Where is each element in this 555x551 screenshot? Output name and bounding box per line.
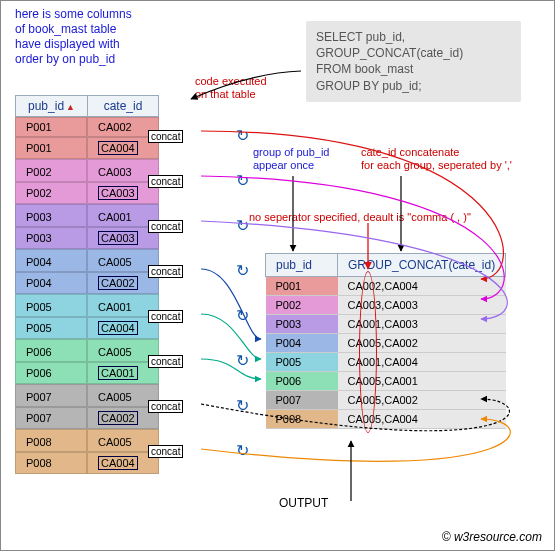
concat-label: concat	[148, 400, 183, 413]
cycle-icon: ↻	[236, 261, 249, 280]
result-header-gc: GROUP_CONCAT(cate_id)	[338, 254, 506, 277]
result-header-pub: pub_id	[266, 254, 338, 277]
source-cell-pub: P005	[15, 294, 87, 317]
result-cell-gc: CA005,CA001	[338, 372, 506, 391]
copyright-label: © w3resource.com	[442, 530, 542, 544]
source-row: P005CA001	[15, 294, 159, 317]
result-cell-pub: P008	[266, 410, 338, 429]
diagram-frame: here is some columns of book_mast table …	[0, 0, 555, 551]
source-cell-pub: P008	[15, 429, 87, 452]
result-row: P001CA002,CA004	[266, 277, 506, 296]
source-cell-cate: CA003↻concat	[87, 182, 159, 204]
source-cell-cate: CA004↻concat	[87, 137, 159, 159]
sql-code-box: SELECT pub_id, GROUP_CONCAT(cate_id) FRO…	[306, 21, 521, 102]
result-cell-pub: P004	[266, 334, 338, 353]
concat-label: concat	[148, 445, 183, 458]
sql-line-2: GROUP_CONCAT(cate_id)	[316, 45, 511, 61]
sql-line-1: SELECT pub_id,	[316, 29, 511, 45]
source-row: P006CA001↻concat	[15, 362, 159, 384]
source-cell-pub: P004	[15, 249, 87, 272]
cycle-icon: ↻	[236, 126, 249, 145]
result-cell-pub: P007	[266, 391, 338, 410]
source-row: P007CA005	[15, 384, 159, 407]
source-row: P001CA002	[15, 117, 159, 137]
result-cell-pub: P005	[266, 353, 338, 372]
source-cell-pub: P002	[15, 182, 87, 204]
cycle-icon: ↻	[236, 171, 249, 190]
cycle-icon: ↻	[236, 396, 249, 415]
concat-label: concat	[148, 220, 183, 233]
source-header-pub: pub_id▲	[15, 95, 87, 117]
result-cell-pub: P002	[266, 296, 338, 315]
concat-label: concat	[148, 265, 183, 278]
concat-label: concat	[148, 310, 183, 323]
source-row: P003CA001	[15, 204, 159, 227]
concat-label: concat	[148, 130, 183, 143]
source-cell-cate: CA003↻concat	[87, 227, 159, 249]
source-cell-pub: P003	[15, 227, 87, 249]
source-row: P003CA003↻concat	[15, 227, 159, 249]
source-row: P007CA002↻concat	[15, 407, 159, 429]
output-label: OUTPUT	[279, 496, 328, 510]
result-cell-gc: CA001,CA004	[338, 353, 506, 372]
group-once-label: group of pub_id appear once	[253, 146, 329, 172]
source-cell-pub: P003	[15, 204, 87, 227]
source-row: P008CA005	[15, 429, 159, 452]
source-row: P004CA002↻concat	[15, 272, 159, 294]
source-cell-pub: P006	[15, 339, 87, 362]
cycle-icon: ↻	[236, 351, 249, 370]
source-row: P002CA003↻concat	[15, 182, 159, 204]
source-cell-cate: CA002↻concat	[87, 407, 159, 429]
source-cell-pub: P007	[15, 407, 87, 429]
source-cell-cate: CA004↻concat	[87, 317, 159, 339]
source-cell-cate: CA004↻concat	[87, 452, 159, 474]
top-caption: here is some columns of book_mast table …	[15, 7, 132, 67]
source-row: P005CA004↻concat	[15, 317, 159, 339]
source-row: P006CA005	[15, 339, 159, 362]
result-row: P005CA001,CA004	[266, 353, 506, 372]
result-row: P006CA005,CA001	[266, 372, 506, 391]
source-cell-pub: P002	[15, 159, 87, 182]
source-cell-pub: P001	[15, 117, 87, 137]
result-row: P004CA005,CA002	[266, 334, 506, 353]
no-separator-label: no seperator specified, deault is "comma…	[249, 211, 471, 224]
source-row: P008CA004↻concat	[15, 452, 159, 474]
source-cell-pub: P004	[15, 272, 87, 294]
source-header-cate: cate_id	[87, 95, 159, 117]
concat-label: concat	[148, 355, 183, 368]
result-row: P002CA003,CA003	[266, 296, 506, 315]
source-cell-cate: CA001↻concat	[87, 362, 159, 384]
result-row: P007CA005,CA002	[266, 391, 506, 410]
source-table: pub_id▲ cate_id P001CA002P001CA004↻conca…	[15, 95, 159, 474]
code-executed-label: code executed on that table	[195, 75, 267, 101]
result-cell-pub: P001	[266, 277, 338, 296]
source-row: P004CA005	[15, 249, 159, 272]
result-cell-pub: P003	[266, 315, 338, 334]
source-row: P002CA003	[15, 159, 159, 182]
cate-concat-label: cate_id concatenate for each group, sepe…	[361, 146, 512, 172]
source-cell-cate: CA002↻concat	[87, 272, 159, 294]
concat-label: concat	[148, 175, 183, 188]
sort-asc-icon: ▲	[66, 102, 75, 112]
result-table: pub_id GROUP_CONCAT(cate_id) P001CA002,C…	[265, 253, 506, 429]
result-cell-gc: CA003,CA003	[338, 296, 506, 315]
sql-line-4: GROUP BY pub_id;	[316, 78, 511, 94]
source-row: P001CA004↻concat	[15, 137, 159, 159]
result-cell-gc: CA005,CA002	[338, 391, 506, 410]
cycle-icon: ↻	[236, 441, 249, 460]
result-cell-gc: CA002,CA004	[338, 277, 506, 296]
source-cell-pub: P005	[15, 317, 87, 339]
result-cell-gc: CA005,CA002	[338, 334, 506, 353]
result-cell-gc: CA005,CA004	[338, 410, 506, 429]
sql-line-3: FROM book_mast	[316, 61, 511, 77]
result-row: P008CA005,CA004	[266, 410, 506, 429]
result-cell-pub: P006	[266, 372, 338, 391]
source-cell-pub: P006	[15, 362, 87, 384]
source-cell-pub: P001	[15, 137, 87, 159]
cycle-icon: ↻	[236, 216, 249, 235]
result-row: P003CA001,CA003	[266, 315, 506, 334]
source-cell-pub: P008	[15, 452, 87, 474]
cycle-icon: ↻	[236, 306, 249, 325]
result-cell-gc: CA001,CA003	[338, 315, 506, 334]
source-cell-pub: P007	[15, 384, 87, 407]
